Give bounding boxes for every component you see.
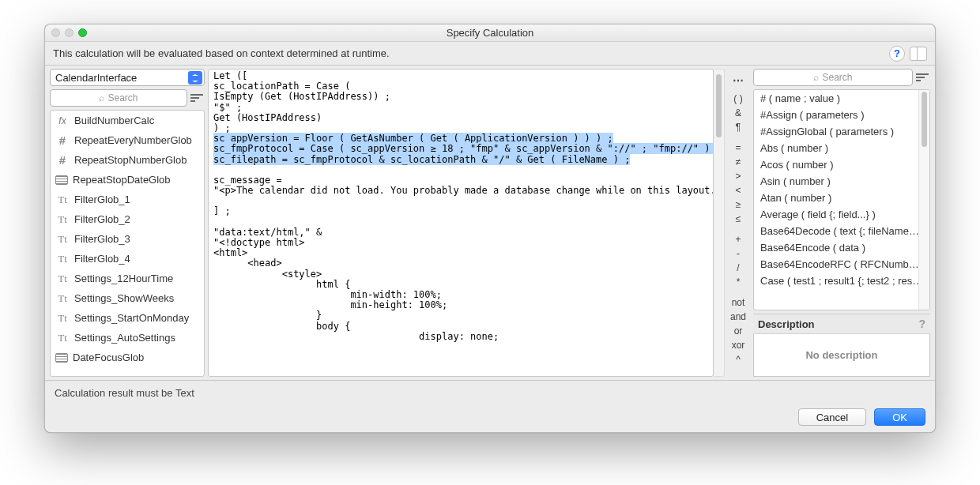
field-label: FilterGlob_4 — [74, 253, 130, 265]
context-text: This calculation will be evaluated based… — [53, 47, 390, 59]
function-item[interactable]: #AssignGlobal ( parameters ) — [754, 123, 929, 140]
field-item[interactable]: TtSettings_StartOnMonday — [51, 308, 204, 328]
fields-search-input[interactable]: ⌕ Search — [50, 89, 187, 107]
sort-icon[interactable] — [916, 70, 930, 85]
field-label: DateFocusGlob — [73, 352, 144, 363]
hash-icon: # — [55, 133, 70, 147]
help-button[interactable]: ? — [889, 46, 905, 62]
operator-spacer — [725, 135, 752, 140]
description-title: Description — [758, 318, 815, 330]
operator-≤[interactable]: ≤ — [725, 212, 752, 225]
function-item[interactable]: Base64Encode ( data ) — [754, 239, 929, 256]
operator-≥[interactable]: ≥ — [725, 198, 752, 211]
operator-/[interactable]: / — [725, 261, 752, 274]
date-icon — [55, 353, 68, 363]
calculation-editor[interactable]: Let ([ sc_locationPath = Case ( IsEmpty … — [208, 69, 714, 377]
minimize-dot[interactable] — [65, 28, 74, 37]
operators-menu-icon[interactable]: ⋯ — [725, 72, 752, 89]
ok-button[interactable]: OK — [874, 408, 925, 426]
sidebar-toggle-icon[interactable] — [910, 47, 927, 61]
scroll-thumb[interactable] — [716, 74, 722, 137]
field-label: Settings_StartOnMonday — [74, 312, 189, 324]
main-area: CalendarInterface ⌕ Search fxBuildNumber… — [45, 66, 935, 380]
functions-pane: ⌕ Search # ( name ; value )#Assign ( par… — [752, 66, 935, 380]
fields-list[interactable]: fxBuildNumberCalc#RepeatEveryNumberGlob#… — [50, 110, 205, 377]
operator-or[interactable]: or — [725, 325, 752, 337]
field-item[interactable]: fxBuildNumberCalc — [51, 111, 204, 130]
tt-icon: Tt — [55, 292, 70, 305]
fields-pane: CalendarInterface ⌕ Search fxBuildNumber… — [45, 66, 208, 380]
field-item[interactable]: TtFilterGlob_3 — [51, 229, 204, 249]
tt-icon: Tt — [55, 273, 70, 285]
field-item[interactable]: #RepeatEveryNumberGlob — [51, 130, 204, 150]
field-item[interactable]: #RepeatStopNumberGlob — [51, 150, 204, 170]
search-icon: ⌕ — [813, 72, 819, 83]
function-item[interactable]: Atan ( number ) — [754, 190, 929, 206]
operator-*[interactable]: * — [725, 276, 752, 288]
operator-&[interactable]: & — [725, 107, 752, 119]
field-item[interactable]: TtFilterGlob_2 — [51, 209, 204, 229]
field-label: Settings_12HourTime — [74, 273, 173, 284]
operator-<[interactable]: < — [725, 184, 752, 197]
tt-icon: Tt — [55, 312, 70, 325]
table-selector-value: CalendarInterface — [55, 72, 199, 84]
operator-^[interactable]: ^ — [725, 353, 752, 366]
dialog-window: Specify Calculation This calculation wil… — [44, 24, 936, 433]
field-label: FilterGlob_1 — [74, 194, 130, 205]
functions-search-input[interactable]: ⌕ Search — [753, 69, 913, 86]
tt-icon: Tt — [55, 194, 70, 206]
field-item[interactable]: TtFilterGlob_1 — [51, 190, 204, 209]
cancel-button[interactable]: Cancel — [798, 408, 866, 426]
info-toolbar: This calculation will be evaluated based… — [45, 42, 935, 66]
sort-icon[interactable] — [190, 91, 205, 105]
field-item[interactable]: TtSettings_12HourTime — [51, 269, 204, 288]
operator->[interactable]: > — [725, 170, 752, 182]
operator-( )[interactable]: ( ) — [725, 92, 752, 105]
operator-≠[interactable]: ≠ — [725, 156, 752, 168]
function-item[interactable]: Average ( field {; field...} ) — [754, 206, 929, 223]
function-item[interactable]: # ( name ; value ) — [754, 90, 929, 107]
tt-icon: Tt — [55, 332, 70, 344]
function-item[interactable]: #Assign ( parameters ) — [754, 107, 929, 123]
operator-not[interactable]: not — [725, 296, 752, 309]
operator-xor[interactable]: xor — [725, 339, 752, 352]
function-item[interactable]: Abs ( number ) — [754, 140, 929, 156]
functions-list[interactable]: # ( name ; value )#Assign ( parameters )… — [753, 89, 930, 310]
functions-scrollbar[interactable] — [918, 90, 929, 310]
description-help-icon[interactable]: ? — [918, 318, 925, 330]
table-selector[interactable]: CalendarInterface — [50, 69, 205, 86]
operator-¶[interactable]: ¶ — [725, 121, 752, 133]
function-item[interactable]: Case ( test1 ; result1 {; test2 ; result… — [754, 273, 929, 289]
field-label: RepeatStopNumberGlob — [74, 154, 187, 166]
window-title: Specify Calculation — [45, 27, 935, 39]
field-item[interactable]: TtFilterGlob_4 — [51, 249, 204, 269]
fx-icon: fx — [55, 115, 70, 126]
operator-+[interactable]: + — [725, 233, 752, 246]
field-item[interactable]: DateFocusGlob — [51, 348, 204, 367]
operator-spacer — [725, 290, 752, 295]
traffic-lights — [51, 28, 87, 37]
field-label: RepeatEveryNumberGlob — [74, 134, 192, 146]
function-item[interactable]: Asin ( number ) — [754, 173, 929, 190]
field-item[interactable]: TtSettings_ShowWeeks — [51, 288, 204, 308]
scroll-thumb[interactable] — [922, 92, 927, 147]
field-item[interactable]: TtSettings_AutoSettings — [51, 328, 204, 348]
function-item[interactable]: Acos ( number ) — [754, 156, 929, 173]
description-box: Description ? No description — [753, 314, 930, 377]
function-item[interactable]: Base64Decode ( text {; fileNameWithEx... — [754, 223, 929, 239]
editor-scrollbar[interactable] — [714, 69, 725, 377]
field-item[interactable]: RepeatStopDateGlob — [51, 170, 204, 190]
operator--[interactable]: - — [725, 247, 752, 260]
operator-and[interactable]: and — [725, 310, 752, 323]
field-label: RepeatStopDateGlob — [73, 174, 171, 186]
operator-spacer — [725, 227, 752, 231]
footer: Calculation result must be Text Cancel O… — [45, 380, 935, 432]
zoom-dot[interactable] — [78, 28, 87, 37]
tt-icon: Tt — [55, 233, 70, 246]
result-type-text: Calculation result must be Text — [55, 387, 925, 399]
close-dot[interactable] — [51, 28, 60, 37]
hash-icon: # — [55, 153, 70, 167]
operator-=[interactable]: = — [725, 141, 752, 154]
search-icon: ⌕ — [99, 92, 104, 103]
function-item[interactable]: Base64EncodeRFC ( RFCNumber ; data ) — [754, 256, 929, 273]
